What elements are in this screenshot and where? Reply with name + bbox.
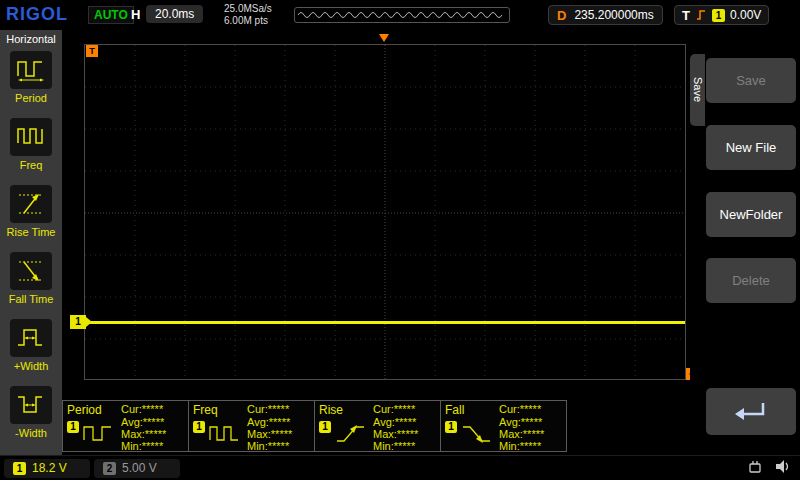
measurement-maximum: Max:***** bbox=[499, 428, 544, 440]
measurement-minimum: Min:***** bbox=[499, 440, 541, 452]
timebase-value[interactable]: 20.0ms bbox=[146, 5, 203, 23]
channel1-badge: 1 bbox=[13, 462, 26, 475]
channel-status-bar: 1 18.2 V 2 5.00 V bbox=[0, 455, 800, 480]
measurement-current: Cur:***** bbox=[499, 403, 541, 415]
channel2-badge: 2 bbox=[103, 462, 116, 475]
sidebar-item-label: +Width bbox=[14, 360, 49, 372]
sidebar-item-fall-time[interactable]: Fall Time bbox=[0, 249, 62, 316]
measurement-average: Avg:***** bbox=[247, 416, 290, 428]
measurement-channel-badge: 1 bbox=[319, 421, 331, 433]
rigol-logo: RIGOL bbox=[6, 4, 68, 25]
measurement-name: Fall bbox=[445, 403, 464, 417]
measurement-current: Cur:***** bbox=[247, 403, 289, 415]
sidebar-item-minus-width[interactable]: -Width bbox=[0, 383, 62, 450]
measurement-channel-badge: 1 bbox=[67, 421, 79, 433]
menu-tab-save[interactable]: Save bbox=[690, 54, 705, 126]
measure-category-title[interactable]: Horizontal bbox=[0, 30, 62, 48]
minus-width-icon bbox=[10, 386, 52, 424]
enter-arrow-icon bbox=[729, 399, 773, 425]
freq-icon bbox=[10, 118, 52, 156]
period-icon bbox=[10, 51, 52, 89]
sidebar-item-period[interactable]: Period bbox=[0, 48, 62, 115]
sidebar-item-rise-time[interactable]: Rise Time bbox=[0, 182, 62, 249]
plus-width-icon bbox=[10, 319, 52, 357]
delay-readout: D 235.200000ms bbox=[548, 5, 663, 25]
measurement-maximum: Max:***** bbox=[247, 428, 292, 440]
sidebar-item-plus-width[interactable]: +Width bbox=[0, 316, 62, 383]
sample-rate: 25.0MSa/s bbox=[224, 3, 272, 15]
trigger-readout: T 1 0.00V bbox=[674, 5, 769, 25]
delete-button[interactable]: Delete bbox=[706, 258, 796, 303]
channel1-scale: 18.2 V bbox=[32, 461, 67, 475]
delay-label: D bbox=[557, 8, 566, 23]
channel1-status[interactable]: 1 18.2 V bbox=[4, 459, 90, 478]
measurement-bar: Period 1 Cur:***** Avg:***** Max:***** M… bbox=[62, 400, 566, 452]
measurement-minimum: Min:***** bbox=[121, 440, 163, 452]
channel2-status[interactable]: 2 5.00 V bbox=[94, 459, 180, 478]
system-tray bbox=[746, 459, 792, 474]
sample-rate-block: 25.0MSa/s 6.00M pts bbox=[224, 3, 272, 27]
measurement-minimum: Min:***** bbox=[247, 440, 289, 452]
speaker-icon bbox=[774, 459, 792, 474]
delay-value: 235.200000ms bbox=[574, 8, 653, 22]
sidebar-item-label: Freq bbox=[20, 159, 43, 171]
fall-time-icon bbox=[10, 252, 52, 290]
measurement-name: Freq bbox=[193, 403, 218, 417]
usb-icon bbox=[746, 459, 764, 474]
measurement-panel-rise[interactable]: Rise 1 Cur:***** Avg:***** Max:***** Min… bbox=[314, 400, 441, 452]
measurement-panel-fall[interactable]: Fall 1 Cur:***** Avg:***** Max:***** Min… bbox=[440, 400, 567, 452]
rise-meas-icon bbox=[334, 420, 368, 450]
memory-waveform-preview[interactable] bbox=[294, 7, 510, 23]
measurement-average: Avg:***** bbox=[499, 416, 542, 428]
measurement-current: Cur:***** bbox=[373, 403, 415, 415]
measurement-average: Avg:***** bbox=[121, 416, 164, 428]
freq-meas-icon bbox=[208, 420, 242, 450]
sidebar-item-label: Fall Time bbox=[9, 293, 54, 305]
trigger-label: T bbox=[682, 8, 690, 23]
channel2-scale: 5.00 V bbox=[122, 461, 157, 475]
trigger-level-value: 0.00V bbox=[730, 8, 761, 22]
trigger-t-marker[interactable]: T bbox=[86, 45, 98, 57]
measurement-average: Avg:***** bbox=[373, 416, 416, 428]
softkey-menu: Save Save New File NewFolder Delete bbox=[690, 30, 800, 455]
save-button[interactable]: Save bbox=[706, 58, 796, 103]
graticule bbox=[85, 45, 685, 379]
rise-time-icon bbox=[10, 185, 52, 223]
trigger-position-icon[interactable] bbox=[379, 34, 389, 42]
measurement-channel-badge: 1 bbox=[445, 421, 457, 433]
trigger-channel-badge: 1 bbox=[712, 9, 725, 22]
fall-meas-icon bbox=[460, 420, 494, 450]
measurement-name: Rise bbox=[319, 403, 343, 417]
run-state-badge: AUTO bbox=[88, 6, 134, 24]
back-button[interactable] bbox=[706, 388, 796, 435]
ch1-trace bbox=[85, 321, 685, 324]
measurement-current: Cur:***** bbox=[121, 403, 163, 415]
ch1-level-marker[interactable]: 1 bbox=[70, 315, 86, 329]
measurement-maximum: Max:***** bbox=[373, 428, 418, 440]
sidebar-item-label: -Width bbox=[15, 427, 47, 439]
new-folder-button[interactable]: NewFolder bbox=[706, 192, 796, 237]
new-file-button[interactable]: New File bbox=[706, 125, 796, 170]
measure-sidebar: Horizontal Period Freq Rise Time bbox=[0, 30, 62, 455]
top-status-bar: RIGOL AUTO H 20.0ms 25.0MSa/s 6.00M pts … bbox=[0, 0, 800, 30]
period-meas-icon bbox=[82, 420, 116, 450]
sidebar-item-freq[interactable]: Freq bbox=[0, 115, 62, 182]
sidebar-item-label: Rise Time bbox=[7, 226, 56, 238]
measurement-panel-freq[interactable]: Freq 1 Cur:***** Avg:***** Max:***** Min… bbox=[188, 400, 315, 452]
measurement-name: Period bbox=[67, 403, 102, 417]
memory-depth: 6.00M pts bbox=[224, 15, 272, 27]
measurement-maximum: Max:***** bbox=[121, 428, 166, 440]
measurement-panel-period[interactable]: Period 1 Cur:***** Avg:***** Max:***** M… bbox=[62, 400, 189, 452]
trigger-edge-icon bbox=[695, 9, 707, 21]
measurement-minimum: Min:***** bbox=[373, 440, 415, 452]
sidebar-item-label: Period bbox=[15, 92, 47, 104]
waveform-display bbox=[84, 44, 686, 380]
horizontal-label: H bbox=[131, 7, 140, 22]
preview-waveform-icon bbox=[295, 8, 509, 22]
measurement-channel-badge: 1 bbox=[193, 421, 205, 433]
